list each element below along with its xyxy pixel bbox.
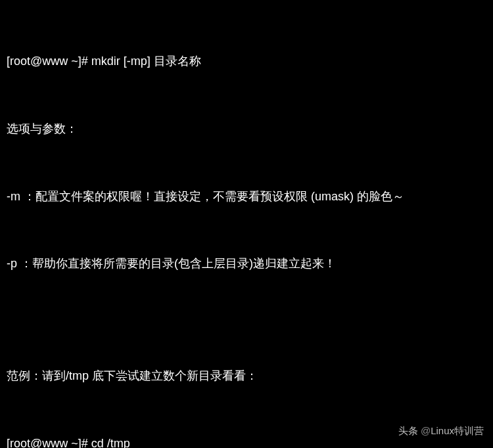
watermark-name: Linux特训营	[431, 425, 484, 436]
terminal-line: 选项与参数：	[7, 118, 486, 140]
watermark-at: @	[421, 425, 431, 436]
terminal-line: -m ：配置文件案的权限喔！直接设定，不需要看预设权限 (umask) 的脸色～	[7, 185, 486, 208]
terminal-line: -p ：帮助你直接将所需要的目录(包含上层目录)递归建立起来！	[7, 252, 486, 275]
terminal-line: 范例：请到/tmp 底下尝试建立数个新目录看看：	[7, 365, 486, 387]
watermark: 头条 @Linux特训营	[398, 422, 484, 441]
terminal-line: [root@www ~]# mkdir [-mp] 目录名称	[7, 50, 486, 72]
watermark-prefix: 头条	[398, 425, 418, 436]
terminal-output: [root@www ~]# mkdir [-mp] 目录名称 选项与参数： -m…	[7, 5, 486, 448]
